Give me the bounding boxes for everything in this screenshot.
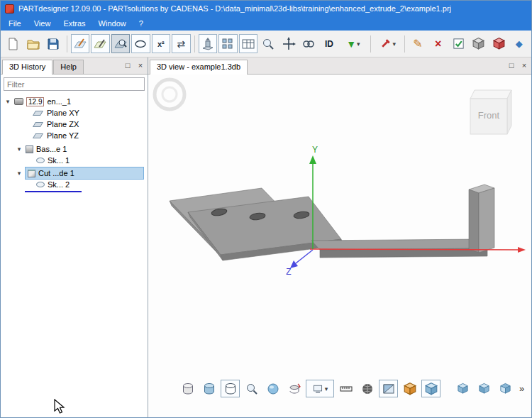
search-button[interactable] (259, 34, 278, 53)
iso-cube-icon (478, 383, 490, 395)
exchange-arrows-icon: ⇄ (177, 39, 186, 49)
overflow-button[interactable]: » (517, 383, 526, 394)
id-button[interactable]: ID (320, 34, 339, 53)
extrude-button[interactable] (199, 34, 218, 53)
table-icon (241, 37, 255, 51)
open-button[interactable] (24, 34, 43, 53)
link-button[interactable] (299, 34, 318, 53)
maximize-view-button[interactable]: □ (506, 60, 516, 70)
toolbar-separator (370, 35, 371, 53)
left-tabbar: 3D History Help □ × (1, 57, 148, 75)
tree-item-sketch-1[interactable]: Sk... 1 (1, 155, 148, 166)
tree-item-sketch-2[interactable]: Sk... 2 (1, 179, 148, 190)
rotate-view-button[interactable] (284, 380, 304, 397)
window-title: PARTdesigner 12.09.00 - PARTsolutions by… (18, 4, 451, 13)
y-axis-label: Y (312, 145, 318, 155)
view-cube[interactable]: Front (470, 90, 511, 134)
menu-file[interactable]: File (2, 18, 28, 29)
material-button[interactable]: ◆ (509, 34, 528, 53)
history-tree: ▾ 12.9 en..._1 Plane XY Plane ZX Plane Y… (1, 94, 148, 417)
close-panel-button[interactable]: × (135, 60, 145, 70)
dimension-table-button[interactable] (239, 34, 258, 53)
edit-button[interactable]: ✎ (409, 34, 428, 53)
red-cube-button[interactable] (489, 34, 509, 53)
approve-button[interactable] (449, 34, 468, 53)
iso-view-2-button[interactable] (475, 380, 494, 397)
measure-button[interactable] (336, 380, 355, 397)
view-sketch-button[interactable] (111, 34, 131, 53)
menu-help[interactable]: ? (133, 18, 150, 29)
tree-item-root[interactable]: ▾ 12.9 en..._1 (1, 96, 148, 107)
part-icon (14, 98, 23, 105)
save-floppy-icon (46, 37, 60, 51)
expander-icon[interactable]: ▾ (16, 170, 23, 177)
axes-tool-button[interactable] (279, 34, 299, 53)
view-mode-dropdown[interactable]: ▾ (306, 380, 334, 397)
content-area: 3D History Help □ × ▾ 12.9 en..._1 (1, 57, 531, 417)
pencil-icon: ✎ (413, 38, 422, 50)
3d-canvas[interactable]: Front (148, 75, 531, 418)
pattern-button[interactable] (218, 34, 238, 53)
tree-item-cut-extrude[interactable]: ▾ Cut ...de 1 (1, 167, 148, 179)
application-window: PARTdesigner 12.09.00 - PARTsolutions by… (0, 0, 532, 418)
view-wireframe-button[interactable] (221, 380, 240, 397)
menu-extras[interactable]: Extras (57, 18, 92, 29)
section-button[interactable] (379, 380, 398, 397)
exchange-button[interactable]: ⇄ (172, 34, 191, 53)
section-view-icon (382, 382, 396, 396)
expander-icon[interactable]: ▾ (16, 145, 23, 153)
titlebar[interactable]: PARTdesigner 12.09.00 - PARTsolutions by… (1, 1, 531, 16)
view-shaded-button[interactable] (199, 380, 218, 397)
delete-button[interactable]: × (428, 34, 448, 53)
view-top-button[interactable] (178, 380, 197, 397)
tree-item-label: Sk... 2 (48, 180, 70, 189)
drop-indicator (25, 191, 82, 192)
cylinder-flat-icon (181, 382, 195, 396)
tab-help[interactable]: Help (53, 60, 84, 74)
release-status-dropdown[interactable]: ▼ ▾ (340, 34, 366, 53)
tree-item-label: Plane XY (47, 109, 79, 117)
new-document-button[interactable] (4, 34, 23, 53)
tree-item-base-extrude[interactable]: ▾ Bas...e 1 (1, 143, 148, 155)
sketch-icon (36, 182, 45, 187)
circle-tool-button[interactable] (131, 34, 150, 53)
menu-view[interactable]: View (28, 18, 57, 29)
tree-item-plane-zx[interactable]: Plane ZX (1, 119, 148, 130)
edit-sketch-icon (93, 37, 107, 51)
extrude-feature-icon (26, 145, 33, 153)
menu-window[interactable]: Window (92, 18, 133, 29)
maximize-panel-button[interactable]: □ (123, 60, 133, 70)
save-button[interactable] (44, 34, 63, 53)
cube-view-button[interactable] (421, 380, 440, 397)
orange-box-icon (403, 382, 417, 396)
tools-dropdown[interactable]: ▾ (375, 34, 401, 53)
expander-icon[interactable]: ▾ (4, 98, 11, 105)
id-icon: ID (325, 39, 333, 49)
tree-item-plane-xy[interactable]: Plane XY (1, 107, 148, 119)
iso-cube-icon (457, 383, 469, 395)
new-document-icon (6, 37, 20, 51)
bounding-box-button[interactable] (400, 380, 419, 397)
3d-viewport[interactable]: Front (148, 75, 531, 417)
tree-item-plane-yz[interactable]: Plane YZ (1, 130, 148, 141)
tab-3d-history[interactable]: 3D History (2, 60, 52, 75)
gray-cube-button[interactable] (469, 34, 488, 53)
edit-sketch-button[interactable] (91, 34, 110, 53)
plane-icon (33, 133, 43, 138)
new-sketch-button[interactable] (71, 34, 90, 53)
iso-view-3-button[interactable] (496, 380, 515, 397)
zoom-icon (245, 382, 259, 396)
variables-icon: x² (157, 40, 165, 48)
filter-input[interactable] (4, 77, 145, 91)
cut-feature-icon (28, 170, 35, 177)
mesh-button[interactable] (358, 380, 377, 397)
checkbox-check-icon (452, 37, 465, 50)
zoom-button[interactable] (242, 380, 261, 397)
variables-button[interactable]: x² (152, 34, 171, 53)
orbit-button[interactable] (263, 380, 282, 397)
app-icon (5, 4, 14, 13)
rotation-indicator-icon (155, 79, 184, 109)
close-view-button[interactable]: × (519, 60, 529, 70)
iso-view-1-button[interactable] (453, 380, 472, 397)
tab-3d-view[interactable]: 3D view - example1.3db (150, 60, 248, 75)
